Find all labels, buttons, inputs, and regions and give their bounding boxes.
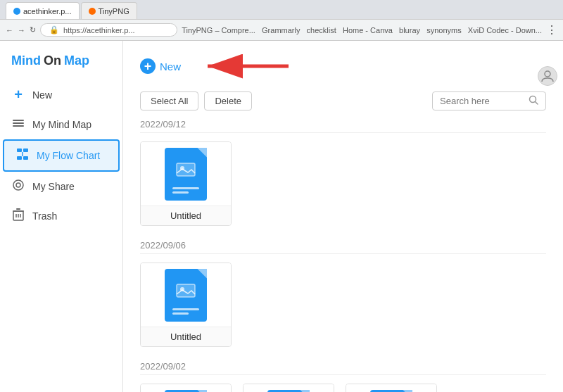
action-bar: Select All Delete [140, 91, 546, 110]
date-section-2: 2022/09/02 [140, 361, 546, 392]
search-icon [529, 95, 538, 107]
line-2 [172, 191, 189, 194]
file-card-thumb [346, 384, 436, 392]
sidebar-share-label: My Share [32, 181, 75, 192]
search-box[interactable] [432, 91, 546, 110]
file-icon [267, 390, 310, 393]
file-icon-lines [172, 187, 199, 194]
header-right [538, 66, 557, 86]
red-arrow [201, 52, 292, 80]
new-button-row: + New [140, 52, 546, 80]
file-card[interactable] [140, 384, 232, 392]
flowchart-icon [15, 148, 30, 163]
main-content: + New Select All Delete [123, 41, 563, 392]
svg-rect-1 [13, 122, 24, 124]
new-plus-icon: + [140, 58, 156, 74]
svg-rect-3 [17, 148, 22, 152]
sidebar-item-flowchart[interactable]: My Flow Chart [3, 139, 120, 172]
search-input[interactable] [440, 96, 524, 106]
file-card-label-0: Untitled [141, 206, 231, 225]
sidebar-trash-label: Trash [32, 210, 57, 222]
date-label-1: 2022/09/06 [140, 240, 546, 254]
image-icon [175, 160, 196, 182]
new-button[interactable]: + New [140, 58, 181, 74]
svg-rect-4 [23, 148, 28, 152]
svg-line-19 [536, 102, 538, 105]
sidebar-item-mindmap[interactable]: My Mind Map [0, 110, 122, 139]
file-card-thumb [141, 142, 231, 206]
svg-point-9 [16, 183, 20, 187]
browser-address-bar: ← → ↻ 🔒 https://acethinker.p... TinyPNG … [0, 20, 563, 41]
app-container: Mind On Map + New My Mind Map [0, 41, 563, 392]
cards-row-1: Untitled [140, 263, 546, 347]
svg-rect-5 [17, 156, 22, 160]
line-2 [172, 312, 189, 315]
tab-label: acethinker.p... [23, 7, 72, 15]
sidebar-mindmap-label: My Mind Map [32, 119, 91, 130]
share-icon [11, 179, 25, 194]
date-section-1: 2022/09/06 [140, 240, 546, 347]
sidebar-item-new[interactable]: + New [0, 80, 122, 110]
sidebar-item-trash[interactable]: Trash [0, 201, 122, 231]
user-avatar[interactable] [538, 66, 557, 86]
sidebar-flowchart-label: My Flow Chart [37, 150, 100, 161]
mindmap-icon [11, 117, 25, 132]
plus-icon: + [11, 87, 25, 103]
address-bar[interactable]: 🔒 https://acethinker.p... [40, 23, 177, 37]
file-card-label-1: Untitled [141, 327, 231, 346]
file-card-thumb [243, 384, 334, 392]
file-card[interactable] [243, 384, 334, 392]
select-all-button[interactable]: Select All [140, 91, 198, 110]
logo: Mind On Map [0, 48, 122, 80]
menu-icon[interactable]: ⋮ [546, 23, 557, 37]
logo-mind: Mind [11, 53, 41, 68]
svg-point-8 [13, 180, 23, 190]
bookmarks-bar: TinyPNG – Compre... Grammarly checklist … [182, 26, 542, 34]
file-card-thumb [141, 384, 231, 392]
file-icon [165, 148, 207, 201]
trash-icon [11, 208, 25, 224]
action-left: Select All Delete [140, 91, 252, 110]
file-card[interactable]: Untitled [140, 141, 232, 226]
lock-icon: 🔒 [49, 25, 59, 34]
file-card[interactable]: Untitled [140, 263, 232, 347]
sidebar: Mind On Map + New My Mind Map [0, 41, 123, 392]
logo-on: On [44, 53, 61, 68]
svg-rect-22 [177, 284, 195, 297]
sidebar-item-share[interactable]: My Share [0, 172, 122, 201]
file-icon-lines [172, 308, 199, 315]
date-section-0: 2022/09/12 [140, 119, 546, 226]
file-card[interactable] [346, 384, 437, 392]
svg-rect-2 [13, 125, 24, 127]
tab-tinypng[interactable]: TinyPNG [81, 2, 137, 19]
date-label-0: 2022/09/12 [140, 119, 546, 133]
new-label: New [160, 61, 181, 72]
browser-tab-bar: acethinker.p... TinyPNG [0, 0, 563, 20]
url-text: https://acethinker.p... [63, 26, 135, 34]
active-tab[interactable]: acethinker.p... [6, 2, 80, 19]
date-label-2: 2022/09/02 [140, 361, 546, 375]
svg-rect-6 [23, 156, 28, 160]
logo-map: Map [64, 53, 89, 68]
line-1 [172, 187, 199, 189]
cards-row-2 [140, 384, 546, 392]
sidebar-new-label: New [32, 89, 52, 101]
svg-point-30 [545, 71, 550, 77]
tab-label: TinyPNG [99, 7, 129, 15]
file-icon [370, 390, 412, 393]
cards-row-0: Untitled [140, 141, 546, 226]
forward-icon[interactable]: → [18, 26, 25, 34]
file-icon [165, 269, 207, 322]
refresh-icon[interactable]: ↻ [30, 25, 36, 34]
svg-rect-0 [13, 120, 24, 121]
file-icon [165, 390, 207, 393]
file-card-thumb [141, 263, 231, 327]
image-icon [175, 282, 196, 303]
delete-button[interactable]: Delete [204, 91, 252, 110]
back-icon[interactable]: ← [6, 26, 13, 34]
line-1 [172, 308, 199, 310]
svg-rect-20 [177, 163, 195, 176]
